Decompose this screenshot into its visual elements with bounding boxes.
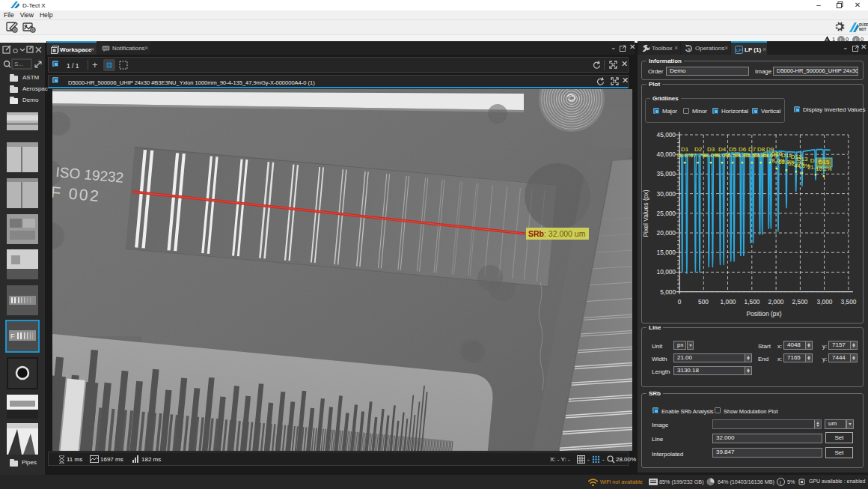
svg-text:0: 0 (678, 298, 682, 306)
svg-text:Pixel Values (px): Pixel Values (px) (642, 189, 650, 237)
svg-text:20,000: 20,000 (657, 229, 676, 237)
svg-text:3,500: 3,500 (841, 298, 857, 306)
svg-text:i: i (780, 480, 781, 485)
svg-text:NDT: NDT (859, 28, 867, 31)
svg-text:5,000: 5,000 (660, 288, 676, 296)
svg-text:45,000: 45,000 (657, 131, 676, 139)
svg-text:40,000: 40,000 (657, 151, 676, 158)
svg-text:30,000: 30,000 (657, 190, 676, 198)
svg-text:25,000: 25,000 (657, 210, 676, 217)
svg-text:DÜRR: DÜRR (859, 22, 868, 27)
svg-text:Position (px): Position (px) (746, 310, 781, 318)
svg-text:F: F (10, 332, 15, 340)
svg-text:1,500: 1,500 (745, 298, 760, 306)
svg-text:1,000: 1,000 (721, 298, 736, 306)
svg-text:3,000: 3,000 (817, 298, 833, 306)
svg-text:10.2%: 10.2% (816, 165, 832, 172)
svg-text:15,000: 15,000 (657, 249, 676, 256)
svg-text:2,500: 2,500 (792, 298, 808, 306)
svg-text:D15: D15 (819, 159, 830, 165)
svg-text:10,000: 10,000 (657, 268, 676, 276)
svg-text:S...: S... (14, 61, 23, 67)
svg-text:500: 500 (698, 298, 709, 306)
svg-text:D13: D13 (797, 156, 808, 163)
svg-text:O: O (13, 47, 18, 55)
svg-text:2,000: 2,000 (768, 298, 784, 306)
svg-text:35,000: 35,000 (657, 170, 676, 177)
svg-text:LP: LP (736, 48, 742, 52)
